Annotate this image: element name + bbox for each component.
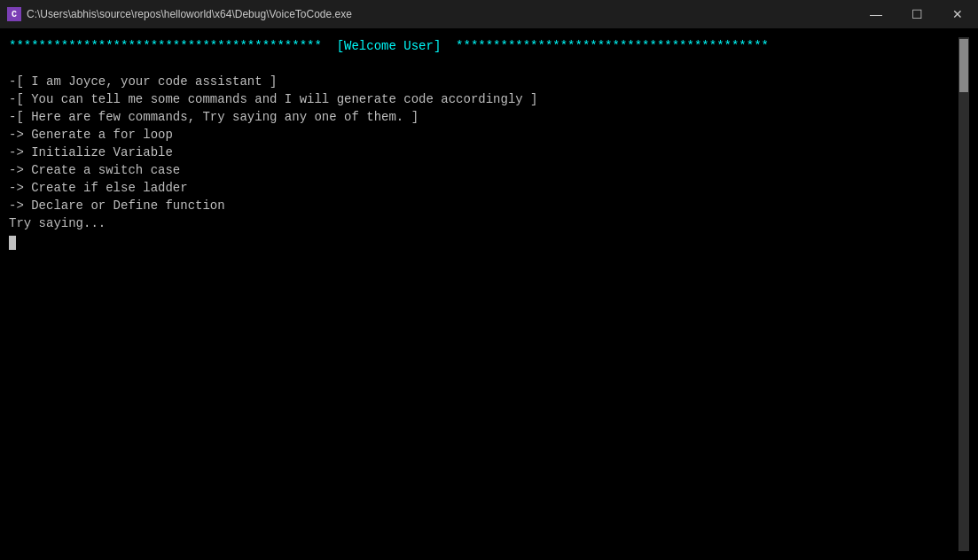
welcome-line: ****************************************… — [9, 37, 958, 55]
close-button[interactable]: ✕ — [937, 0, 978, 28]
intro-line-1: -[ I am Joyce, your code assistant ] — [9, 73, 958, 90]
window-title: C:\Users\abhis\source\repos\helloworld\x… — [27, 8, 352, 20]
intro-line-2: -[ You can tell me some commands and I w… — [9, 90, 958, 108]
cursor-block — [9, 236, 16, 250]
titlebar-controls: — ☐ ✕ — [856, 0, 978, 28]
minimize-button[interactable]: — — [856, 0, 896, 28]
cursor-line — [9, 232, 958, 250]
intro-line-3: -[ Here are few commands, Try saying any… — [9, 108, 958, 126]
empty-line-1 — [9, 55, 958, 73]
cmd-line-4: -> Create if else ladder — [9, 179, 958, 197]
app-icon: C — [7, 7, 21, 21]
console-area: ****************************************… — [0, 28, 978, 560]
console-window: C C:\Users\abhis\source\repos\helloworld… — [0, 0, 978, 560]
scrollbar[interactable] — [958, 37, 969, 551]
scrollbar-thumb[interactable] — [959, 39, 968, 92]
cmd-line-5: -> Declare or Define function — [9, 197, 958, 214]
restore-button[interactable]: ☐ — [896, 0, 937, 28]
cmd-line-3: -> Create a switch case — [9, 161, 958, 179]
cmd-line-1: -> Generate a for loop — [9, 126, 958, 144]
cmd-line-2: -> Initialize Variable — [9, 144, 958, 161]
titlebar-left: C C:\Users\abhis\source\repos\helloworld… — [7, 7, 352, 21]
console-content: ****************************************… — [9, 37, 958, 551]
prompt-line: Try saying... — [9, 214, 958, 232]
titlebar: C C:\Users\abhis\source\repos\helloworld… — [0, 0, 978, 28]
